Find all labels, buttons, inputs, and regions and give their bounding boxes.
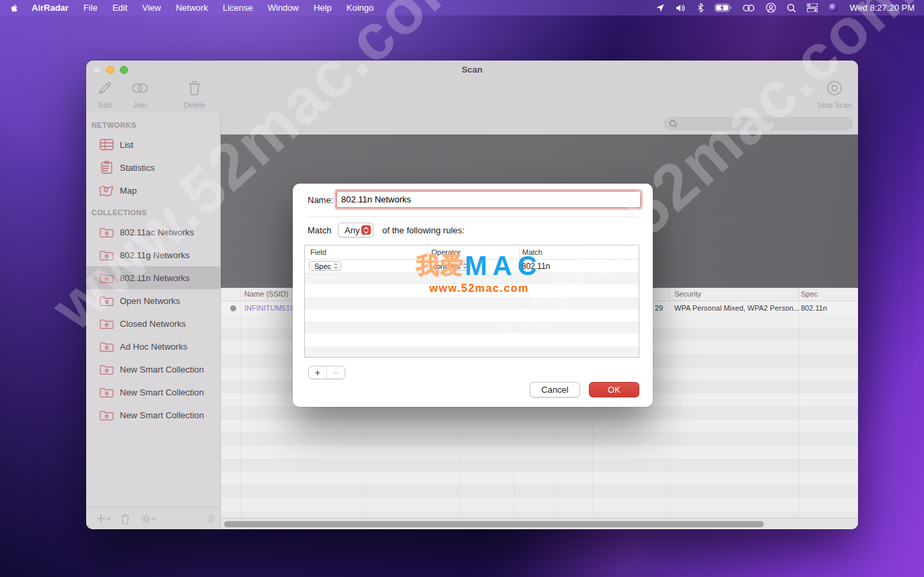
smart-folder-icon (99, 341, 114, 352)
delete-collection-button[interactable] (120, 513, 131, 525)
add-remove-segmented: + − (308, 366, 345, 379)
cell-security: WPA Personal Mixed, WPA2 Person... (674, 304, 799, 312)
menu-bar: AirRadar File Edit View Network License … (0, 0, 924, 15)
statistics-icon (99, 161, 114, 174)
menu-file[interactable]: File (83, 3, 98, 13)
match-label: Match (308, 225, 331, 235)
rule-column-field: Field (310, 248, 326, 256)
menu-help[interactable]: Help (314, 3, 332, 13)
operator-popup[interactable]: contains (427, 261, 470, 271)
dialog-separator (306, 217, 639, 217)
spotlight-icon[interactable] (787, 3, 796, 13)
add-collection-button[interactable] (96, 513, 110, 524)
window-titlebar: Scan Edit Join Delete Stop Scan (86, 61, 858, 113)
siri-icon[interactable] (828, 3, 839, 13)
smart-folder-icon (99, 249, 114, 261)
scrollbar-thumb[interactable] (224, 521, 764, 527)
sidebar-item-new-smart-collection-2[interactable]: New Smart Collection (86, 381, 220, 403)
sidebar-item-new-smart-collection-1[interactable]: New Smart Collection (86, 358, 220, 381)
smart-folder-icon (99, 295, 114, 307)
smart-folder-icon (99, 227, 114, 238)
cell-spec: 802.11n (801, 304, 827, 312)
match-suffix-label: of the following rules: (382, 225, 464, 235)
rules-header: Field Operator Match (305, 245, 639, 260)
smart-folder-icon (99, 387, 114, 398)
map-icon (99, 184, 114, 197)
stop-icon (826, 79, 843, 97)
signal-dot-icon (230, 305, 236, 311)
smart-folder-icon (99, 272, 114, 284)
sidebar-item-ad-hoc-networks[interactable]: Ad Hoc Networks (86, 335, 220, 358)
menu-window[interactable]: Window (268, 3, 299, 13)
pencil-icon (97, 79, 113, 97)
sidebar-section-collections: COLLECTIONS (86, 206, 220, 221)
rule-column-operator: Operator (431, 248, 460, 256)
sidebar-resize-handle[interactable] (208, 514, 215, 523)
chain-icon (131, 79, 149, 97)
sidebar-item-80211g-networks[interactable]: 802.11g Networks (86, 243, 220, 266)
rules-empty-rows (305, 272, 639, 357)
apple-menu-icon[interactable] (9, 3, 20, 13)
horizontal-scrollbar[interactable] (221, 518, 858, 529)
sidebar-item-statistics[interactable]: Statistics (86, 156, 220, 179)
smart-folder-icon (99, 318, 114, 330)
menu-koingo[interactable]: Koingo (347, 3, 374, 13)
control-center-icon[interactable] (807, 3, 818, 13)
menu-view[interactable]: View (142, 3, 161, 13)
name-label: Name: (308, 195, 333, 205)
cancel-button[interactable]: Cancel (530, 382, 580, 397)
ok-button[interactable]: OK (589, 382, 639, 397)
bluetooth-icon[interactable] (697, 3, 704, 13)
menu-app-name[interactable]: AirRadar (32, 3, 69, 13)
column-header-name[interactable]: Name (SSID) (244, 290, 288, 298)
search-input[interactable] (681, 119, 847, 128)
sidebar-item-new-smart-collection-3[interactable]: New Smart Collection (86, 403, 220, 426)
trash-icon (187, 79, 202, 97)
sidebar-section-networks: NETWORKS (86, 118, 220, 133)
rule-column-match: Match (522, 248, 542, 256)
remove-rule-button[interactable]: − (327, 367, 345, 379)
search-strip (221, 113, 858, 134)
list-icon (99, 139, 114, 151)
stop-scan-button[interactable]: Stop Scan (813, 79, 856, 109)
cell-fragment: 29 (655, 304, 663, 312)
sidebar-item-map[interactable]: Map (86, 179, 220, 202)
window-title: Scan (86, 65, 858, 75)
rule-match-value[interactable]: 802.11n (522, 262, 550, 271)
smart-collection-dialog: Name: Match Any of the following rules: … (293, 184, 653, 407)
match-any-popup[interactable]: Any (338, 223, 374, 237)
smart-folder-icon (99, 364, 114, 375)
popup-stepper-icon (361, 225, 371, 235)
field-popup[interactable]: Spec (309, 261, 341, 271)
link-icon[interactable] (742, 3, 755, 13)
sidebar-item-80211ac-networks[interactable]: 802.11ac Networks (86, 221, 220, 243)
add-rule-button[interactable]: + (309, 367, 327, 379)
search-icon (669, 120, 678, 128)
search-field[interactable] (664, 117, 853, 130)
rule-row: Spec contains 802.11n (305, 260, 639, 272)
column-header-security[interactable]: Security (674, 290, 701, 298)
rules-table: Field Operator Match Spec contains 802.1… (304, 245, 639, 358)
collection-name-input[interactable] (336, 191, 641, 208)
delete-toolbar-button[interactable]: Delete (173, 79, 216, 109)
menu-network[interactable]: Network (176, 3, 208, 13)
sidebar-item-closed-networks[interactable]: Closed Networks (86, 312, 220, 335)
location-icon[interactable] (655, 3, 665, 13)
sidebar-item-open-networks[interactable]: Open Networks (86, 289, 220, 312)
menu-license[interactable]: License (223, 3, 253, 13)
settings-gear-button[interactable] (140, 513, 156, 525)
sidebar-item-list[interactable]: List (86, 133, 220, 156)
join-toolbar-button[interactable]: Join (118, 79, 162, 109)
sidebar-item-80211n-networks[interactable]: 802.11n Networks (86, 266, 220, 289)
user-icon[interactable] (766, 3, 776, 13)
menu-edit[interactable]: Edit (112, 3, 127, 13)
column-header-spec[interactable]: Spec (801, 290, 818, 298)
smart-folder-icon (99, 410, 114, 421)
volume-icon[interactable] (676, 3, 686, 13)
menu-clock[interactable]: Wed 8:27:20 PM (849, 3, 915, 13)
sidebar-footer (86, 507, 220, 529)
battery-charging-icon[interactable] (715, 3, 732, 13)
sidebar: NETWORKS List Statistics Map COLLECTION (86, 113, 221, 529)
cell-ssid: INFINITUM519 (244, 304, 294, 312)
